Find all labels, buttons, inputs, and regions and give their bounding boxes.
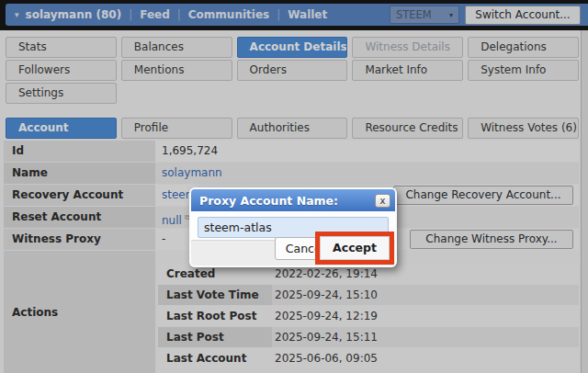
dialog-titlebar: Proxy Account Name: x	[191, 189, 395, 211]
accept-button[interactable]: Accept	[320, 236, 390, 260]
proxy-account-dialog: Proxy Account Name: x Cancel Accept	[189, 187, 397, 267]
annotation-highlight-box: Accept	[315, 232, 394, 265]
close-icon[interactable]: x	[375, 194, 390, 208]
dialog-footer: Cancel Accept	[191, 240, 395, 266]
app-window: ▾ solaymann (80) | Feed | Communities | …	[0, 0, 588, 373]
modal-dim-overlay	[0, 0, 588, 373]
dialog-title: Proxy Account Name:	[199, 194, 375, 208]
